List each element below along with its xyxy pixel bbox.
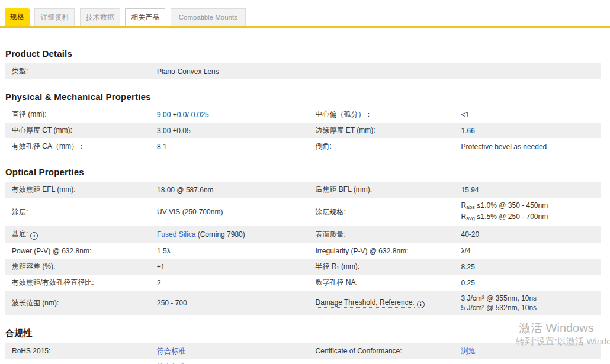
spec-cell: Irregularity (P-V) @ 632.8nm: λ/4 xyxy=(303,243,602,259)
spec-value: 9.00 +0.0/-0.025 xyxy=(157,110,209,120)
spec-cell: 涂层: UV-VIS (250-700nm) xyxy=(5,198,303,226)
spec-value: 2 xyxy=(157,278,161,288)
info-icon[interactable]: i xyxy=(417,301,425,308)
spec-value: Plano-Convex Lens xyxy=(157,67,219,76)
tab-bar: 规格 详细资料 技术数据 相关产品 Compatible Mounts xyxy=(0,0,610,27)
info-icon[interactable]: i xyxy=(30,232,38,240)
spec-cell: 基底:i Fused Silica (Corning 7980) xyxy=(5,226,303,243)
spec-cell: 波长范围 (nm): 250 - 700 xyxy=(5,291,303,315)
spec-label: 类型: xyxy=(12,66,157,76)
spec-label: 边缘厚度 ET (mm): xyxy=(310,125,461,136)
tab-specifications[interactable]: 规格 xyxy=(5,8,30,26)
spec-label: 表面质量: xyxy=(310,230,461,240)
spec-label: 半径 R₁ (mm): xyxy=(310,262,461,272)
spec-label: Irregularity (P-V) @ 632.8nm: xyxy=(310,247,461,255)
tab-compatible-mounts[interactable]: Compatible Mounts xyxy=(171,8,246,26)
spec-value-multiline: 3 J/cm² @ 355nm, 10ns 5 J/cm² @ 532nm, 1… xyxy=(461,294,537,313)
spec-label: 涂层: xyxy=(12,207,157,217)
tab-details[interactable]: 详细资料 xyxy=(34,8,75,26)
product-details-table: 类型: Plano-Convex Lens xyxy=(5,63,601,79)
spec-cell: 直径 (mm): 9.00 +0.0/-0.025 xyxy=(5,107,303,123)
spec-cell: RoHS 2015: 符合标准 xyxy=(5,343,303,359)
spec-cell: 倒角: Protective bevel as needed xyxy=(303,138,602,154)
spec-cell: 后焦距 BFL (mm): 15.94 xyxy=(303,182,602,198)
section-title-optical: Optical Properties xyxy=(5,167,601,177)
spec-label: 倒角: xyxy=(310,141,461,152)
spec-value: 250 - 700 xyxy=(157,298,187,308)
column-divider xyxy=(303,107,303,154)
spec-value: λ/4 xyxy=(461,246,471,256)
spec-value-line: 3 J/cm² @ 355nm, 10ns xyxy=(461,294,537,303)
spec-value: 40-20 xyxy=(461,230,480,239)
spec-label: Certificate of Conformance: xyxy=(310,347,461,355)
spec-cell: 数字孔径 NA: 0.25 xyxy=(303,275,602,291)
spec-cell xyxy=(303,359,602,364)
specifications-panel: Product Details 类型: Plano-Convex Lens Ph… xyxy=(5,49,601,364)
certificate-view-link[interactable]: 浏览 xyxy=(461,347,476,355)
spec-cell: Power (P-V) @ 632.8nm: 1.5λ xyxy=(5,243,303,259)
spec-value: 8.1 xyxy=(157,142,167,152)
spec-label: 有效焦距/有效孔径直径比: xyxy=(12,278,157,288)
table-row: 类型: Plano-Convex Lens xyxy=(5,63,601,79)
tab-related-products[interactable]: 相关产品 xyxy=(125,8,165,26)
spec-value-suffix: (Corning 7980) xyxy=(195,230,245,239)
spec-value: ±1 xyxy=(157,262,165,272)
section-title-product-details: Product Details xyxy=(5,49,601,59)
spec-value: UV-VIS (250-700nm) xyxy=(157,207,223,217)
spec-value: 18.00 @ 587.6nm xyxy=(157,185,214,195)
spec-label: 中心厚度 CT (mm): xyxy=(12,125,157,136)
spec-label: 焦距容差 (%): xyxy=(12,262,157,272)
compliance-table: RoHS 2015: 符合标准 Certificate of Conforman… xyxy=(5,343,601,364)
column-divider xyxy=(303,343,303,364)
spec-label: 有效孔径 CA（mm）： xyxy=(12,141,157,152)
spec-label: Power (P-V) @ 632.8nm: xyxy=(12,247,157,255)
spec-label: 中心偏（弧分）： xyxy=(310,109,461,120)
spec-label: 直径 (mm): xyxy=(12,109,157,120)
spec-value: <1 xyxy=(461,110,470,120)
section-title-physical: Physical & Mechanical Properties xyxy=(5,92,601,102)
spec-cell: 半径 R₁ (mm): 8.25 xyxy=(303,259,602,275)
spec-cell: 表面质量: 40-20 xyxy=(303,226,602,243)
tab-technical-data[interactable]: 技术数据 xyxy=(80,8,120,26)
spec-cell: Reach 235: 符合标准 xyxy=(5,359,303,364)
spec-value: 符合标准 xyxy=(157,362,185,364)
spec-label-substrate: 基底:i xyxy=(12,229,157,240)
column-divider xyxy=(303,182,303,315)
spec-label-damage-threshold: Damage Threshold, Reference:i xyxy=(310,298,461,308)
spec-value: 0.25 xyxy=(461,278,475,288)
spec-cell: Certificate of Conformance: 浏览 xyxy=(303,343,602,359)
spec-value-line: Ravg ≤1.5% @ 250 - 700nm xyxy=(461,212,548,223)
spec-cell: 涂层规格: Rabs ≤1.0% @ 350 - 450nm Ravg ≤1.5… xyxy=(303,198,602,226)
spec-value: Fused Silica (Corning 7980) xyxy=(157,230,245,239)
optical-properties-table: 有效焦距 EFL (mm): 18.00 @ 587.6nm 后焦距 BFL (… xyxy=(5,182,601,315)
active-tab-underline xyxy=(0,26,610,28)
spec-value: 1.5λ xyxy=(157,246,171,256)
spec-cell: 类型: Plano-Convex Lens xyxy=(5,63,601,79)
section-title-compliance: 合规性 xyxy=(5,328,601,338)
spec-cell: 有效焦距 EFL (mm): 18.00 @ 587.6nm xyxy=(5,182,303,198)
spec-value-multiline: Rabs ≤1.0% @ 350 - 450nm Ravg ≤1.5% @ 25… xyxy=(461,201,548,223)
spec-value: 15.94 xyxy=(461,185,479,195)
spec-label: 后焦距 BFL (mm): xyxy=(310,185,461,195)
spec-value-line: Rabs ≤1.0% @ 350 - 450nm xyxy=(461,201,548,212)
spec-label: RoHS 2015: xyxy=(12,347,157,355)
spec-value: 3.00 ±0.05 xyxy=(157,126,191,136)
spec-value: Protective bevel as needed xyxy=(461,142,547,152)
spec-value: 8.25 xyxy=(461,262,475,272)
spec-cell: 中心偏（弧分）： <1 xyxy=(303,107,602,123)
spec-cell: 中心厚度 CT (mm): 3.00 ±0.05 xyxy=(5,123,303,138)
spec-value-line: 5 J/cm² @ 532nm, 10ns xyxy=(461,303,537,313)
spec-value: 符合标准 xyxy=(157,346,185,356)
spec-label: 波长范围 (nm): xyxy=(12,298,157,308)
spec-value: 1.66 xyxy=(461,126,475,136)
spec-cell: 焦距容差 (%): ±1 xyxy=(5,259,303,275)
physical-properties-table: 直径 (mm): 9.00 +0.0/-0.025 中心偏（弧分）： <1 中心… xyxy=(5,107,601,154)
spec-cell: 有效焦距/有效孔径直径比: 2 xyxy=(5,275,303,291)
spec-label: 数字孔径 NA: xyxy=(310,278,461,288)
spec-cell: Damage Threshold, Reference:i 3 J/cm² @ … xyxy=(303,291,602,315)
spec-value: 浏览 xyxy=(461,346,476,356)
rohs-compliant-link[interactable]: 符合标准 xyxy=(157,347,185,355)
spec-cell: 有效孔径 CA（mm）： 8.1 xyxy=(5,138,303,154)
spec-cell: 边缘厚度 ET (mm): 1.66 xyxy=(303,123,602,138)
fused-silica-link[interactable]: Fused Silica xyxy=(157,230,195,239)
